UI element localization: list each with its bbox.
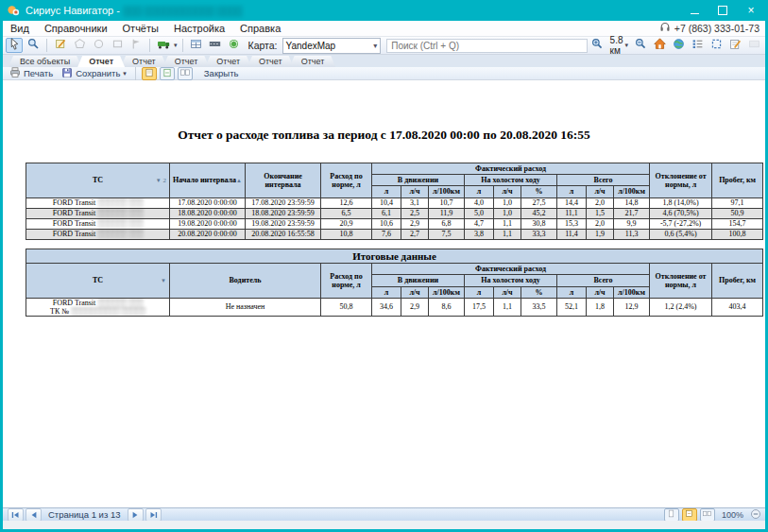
minimize-button[interactable] bbox=[680, 0, 708, 21]
maximize-button[interactable] bbox=[708, 0, 737, 21]
data-cell: 8,6 bbox=[429, 298, 465, 316]
polygon-tool-button[interactable] bbox=[71, 38, 88, 53]
tab-1-active[interactable]: Отчет bbox=[77, 56, 125, 67]
unit-header: л bbox=[557, 286, 587, 298]
zoom-tool-button[interactable] bbox=[25, 38, 42, 53]
summary-row: FORD Transit ▒▒▒▒▒▒ ▒▒▒ТК № ▒▒▒▒▒▒▒▒▒▒ ▒… bbox=[26, 298, 763, 316]
vehicle-name: FORD Transit bbox=[53, 198, 98, 207]
menu-item-4[interactable]: Справка bbox=[232, 21, 288, 36]
panel-button[interactable] bbox=[745, 38, 762, 53]
list-button[interactable] bbox=[689, 38, 706, 53]
hand-cursor-icon bbox=[9, 37, 21, 54]
unit-header: л/ч bbox=[587, 286, 614, 298]
data-cell: 17,5 bbox=[465, 298, 494, 316]
col-header-norm[interactable]: Расход по норме, л bbox=[321, 264, 372, 299]
table-row: FORD Transit ▒▒▒▒▒▒ ▒▒▒17.08.2020 0:00:0… bbox=[26, 197, 763, 208]
col-header-start[interactable]: Начало интервала▲ bbox=[170, 163, 246, 198]
col-header-norm[interactable]: Расход по норме, л bbox=[321, 163, 372, 198]
tab-0[interactable]: Все объекты bbox=[9, 56, 81, 67]
menu-item-0[interactable]: Вид bbox=[3, 21, 37, 36]
view-actual-size-button[interactable] bbox=[142, 67, 157, 80]
zoom-in-button[interactable] bbox=[589, 38, 606, 53]
zoom-in-icon bbox=[591, 37, 604, 54]
table-row: FORD Transit ▒▒▒▒▒▒ ▒▒▒19.08.2020 0:00:0… bbox=[26, 218, 763, 229]
maximize-icon bbox=[718, 6, 727, 15]
close-button[interactable]: × bbox=[737, 0, 765, 21]
col-header-tc[interactable]: ТС▼ bbox=[26, 264, 170, 299]
tab-6[interactable]: Отчет bbox=[290, 56, 336, 67]
data-cell: 20,9 bbox=[321, 218, 372, 229]
road-button[interactable] bbox=[207, 38, 224, 53]
data-cell: 12,6 bbox=[321, 197, 372, 208]
col-header-tc-label: ТС bbox=[93, 176, 103, 184]
tab-5[interactable]: Отчет bbox=[247, 56, 294, 67]
data-cell: 1,5 bbox=[587, 208, 614, 218]
vehicle-caret-icon[interactable]: ▾ bbox=[174, 42, 178, 49]
edit-map-button[interactable] bbox=[52, 38, 69, 53]
vehicle-line2: ТК № ▒▒▒▒▒▒▒▒▒▒ ▒▒▒▒▒ bbox=[28, 307, 167, 316]
selection-frame-button[interactable] bbox=[708, 38, 725, 53]
data-cell: 10,7 bbox=[429, 197, 465, 208]
globe-sync-button[interactable] bbox=[226, 38, 243, 53]
flag-icon bbox=[130, 37, 143, 54]
scale-caret-icon: ▾ bbox=[624, 42, 628, 49]
col-header-mileage[interactable]: Пробег, км bbox=[712, 264, 763, 299]
table-view-button[interactable] bbox=[188, 38, 205, 53]
col-header-end[interactable]: Окончание интервала bbox=[246, 163, 321, 198]
rectangle-tool-button[interactable] bbox=[109, 38, 126, 53]
tab-2[interactable]: Отчет bbox=[121, 56, 167, 67]
prev-page-button[interactable] bbox=[26, 508, 42, 522]
data-cell: 6,8 bbox=[429, 218, 465, 229]
zoom-decrease-button[interactable] bbox=[750, 508, 761, 522]
globe-icon bbox=[673, 37, 685, 54]
col-header-deviation[interactable]: Отклонение от нормы, л bbox=[650, 264, 712, 299]
support-phone: +7 (863) 333-01-73 bbox=[659, 22, 765, 35]
last-page-button[interactable] bbox=[145, 508, 162, 522]
home-button[interactable] bbox=[651, 38, 668, 53]
data-cell: 17.08.2020 0:00:00 bbox=[170, 197, 246, 208]
vehicle-button[interactable] bbox=[155, 38, 172, 53]
map-select[interactable]: YandexMap▾ bbox=[282, 38, 382, 54]
menu-item-3[interactable]: Настройка bbox=[166, 21, 232, 36]
hand-tool-button[interactable] bbox=[6, 38, 23, 53]
menu-item-1[interactable]: Справочники bbox=[37, 21, 115, 36]
save-button[interactable]: Сохранить ▾ bbox=[59, 68, 129, 79]
edit-note-button[interactable] bbox=[726, 38, 743, 53]
col-header-actual-group: Фактический расход bbox=[372, 264, 650, 275]
minus-circle-icon bbox=[750, 508, 761, 520]
zoom-out-button[interactable] bbox=[632, 38, 649, 53]
close-report-button[interactable]: Закрыть bbox=[201, 68, 242, 79]
globe-button[interactable] bbox=[670, 38, 687, 53]
view-whole-page-button[interactable] bbox=[178, 67, 193, 80]
route-tool-button[interactable] bbox=[128, 38, 145, 53]
print-button[interactable]: Печать bbox=[7, 68, 56, 79]
save-caret-icon: ▾ bbox=[123, 70, 127, 77]
tab-4[interactable]: Отчет bbox=[205, 56, 251, 67]
view-page-width-button[interactable] bbox=[160, 67, 175, 80]
sb-view-pages-button[interactable] bbox=[700, 508, 715, 522]
sb-view-actual-button[interactable] bbox=[664, 508, 679, 522]
menu-item-2[interactable]: Отчёты bbox=[115, 21, 166, 36]
col-header-tc-label: ТС bbox=[93, 276, 103, 284]
vehicle-name: FORD Transit bbox=[53, 230, 98, 238]
col-header-deviation[interactable]: Отклонение от нормы, л bbox=[650, 163, 712, 198]
road-icon bbox=[209, 37, 221, 54]
first-page-button[interactable] bbox=[8, 508, 24, 522]
selection-frame-icon bbox=[710, 37, 723, 54]
circle-tool-button[interactable] bbox=[90, 38, 107, 53]
col-header-total: Всего bbox=[557, 175, 650, 186]
data-cell: 10,4 bbox=[372, 197, 401, 208]
search-input[interactable] bbox=[386, 39, 587, 53]
statusbar-right-group: 100% bbox=[664, 508, 761, 522]
next-page-button[interactable] bbox=[128, 508, 144, 522]
sort-indicator: ▼ 2 bbox=[156, 177, 166, 184]
col-header-tc[interactable]: ТС▼ 2 bbox=[26, 163, 170, 198]
tab-3[interactable]: Отчет bbox=[163, 56, 210, 67]
map-scale-dropdown[interactable]: 5.8 км▾ bbox=[608, 35, 630, 56]
toolbar-separator bbox=[46, 39, 47, 52]
sb-view-width-button[interactable] bbox=[682, 508, 697, 522]
unit-header: л bbox=[465, 186, 494, 197]
col-header-mileage[interactable]: Пробег, км bbox=[712, 163, 763, 198]
polygon-icon bbox=[74, 37, 86, 54]
col-header-driver[interactable]: Водитель bbox=[170, 264, 321, 299]
